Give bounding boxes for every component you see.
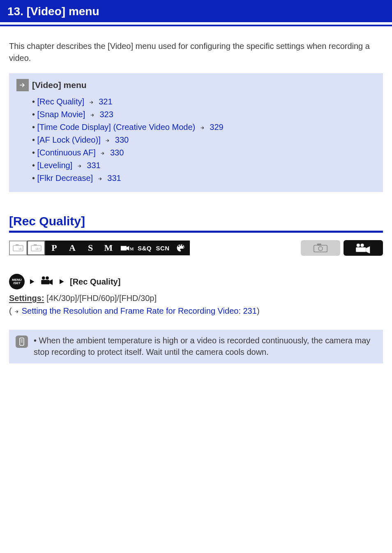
chapter-number: 13.: [7, 5, 23, 18]
settings-line: Settings: [4K/30p]/[FHD/60p]/[FHD/30p]: [9, 294, 383, 303]
toc-item[interactable]: • [Time Code Display] (Creative Video Mo…: [32, 121, 376, 134]
chapter-intro: This chapter describes the [Video] menu …: [9, 40, 383, 64]
toc-link[interactable]: [Leveling]: [37, 161, 73, 170]
menu-item-label: [Rec Quality]: [70, 277, 120, 287]
arrow-right-icon: [89, 112, 96, 118]
toc-item[interactable]: • [Flkr Decrease] 331: [32, 172, 376, 185]
svg-point-13: [42, 276, 45, 280]
divider: [9, 231, 383, 233]
toc-page[interactable]: 323: [99, 110, 113, 119]
toc-item[interactable]: • [Leveling] 331: [32, 159, 376, 172]
toc-page[interactable]: 330: [110, 148, 124, 157]
note-icon: [16, 336, 28, 348]
mode-availability-strip: iA iA+ P A S M M S&Q SCN: [9, 240, 383, 256]
mode-ia-icon: iA: [9, 241, 27, 255]
arrow-right-icon: [29, 278, 36, 285]
toc-link[interactable]: [Snap Movie]: [37, 110, 85, 119]
toc-link[interactable]: [Continuous AF]: [37, 148, 96, 157]
toc-item[interactable]: • [Continuous AF] 330: [32, 146, 376, 159]
toc-link[interactable]: [Rec Quality]: [37, 97, 84, 106]
divider: [0, 25, 392, 26]
mode-s-icon: S: [81, 241, 99, 255]
toc-item[interactable]: • [Rec Quality] 321: [32, 95, 376, 108]
mode-ia-plus-icon: iA+: [27, 241, 45, 255]
note-box: • When the ambient temperature is high o…: [9, 330, 383, 363]
svg-point-10: [357, 243, 360, 247]
arrow-right-icon: [97, 176, 104, 182]
svg-point-9: [318, 247, 323, 251]
settings-value: [4K/30p]/[FHD/60p]/[FHD/30p]: [46, 294, 157, 303]
arrow-right-icon: [16, 79, 29, 91]
mode-creative-video-icon: M: [118, 241, 136, 255]
toc-page[interactable]: 321: [99, 97, 112, 106]
video-mode-pill: [344, 240, 383, 256]
toc-link[interactable]: [Time Code Display] (Creative Video Mode…: [37, 123, 196, 132]
photo-mode-pill: [301, 240, 340, 256]
svg-rect-1: [16, 244, 19, 246]
toc-page[interactable]: 331: [107, 174, 121, 183]
arrow-right-icon: [104, 138, 111, 143]
mode-p-icon: P: [45, 241, 63, 255]
menu-navigation-path: MENU/SET [Rec Quality]: [9, 274, 383, 289]
cross-reference-link[interactable]: Setting the Resolution and Frame Rate fo…: [22, 306, 257, 315]
toc-list: • [Rec Quality] 321 • [Snap Movie] 323 •…: [32, 95, 376, 185]
toc-page[interactable]: 331: [87, 161, 100, 170]
arrow-right-icon: [76, 163, 83, 169]
note-text: • When the ambient temperature is high o…: [34, 335, 376, 358]
toc-title: [Video] menu: [32, 80, 87, 90]
mode-scn-icon: SCN: [154, 241, 172, 255]
toc-page[interactable]: 330: [115, 135, 129, 144]
toc-page[interactable]: 329: [210, 123, 223, 132]
toc-item[interactable]: • [Snap Movie] 323: [32, 108, 376, 121]
cross-reference[interactable]: ( Setting the Resolution and Frame Rate …: [9, 306, 383, 316]
arrow-right-icon: [88, 99, 95, 105]
svg-rect-4: [34, 244, 37, 246]
settings-label: Settings:: [9, 294, 44, 303]
svg-rect-15: [41, 280, 49, 284]
arrow-right-icon: [199, 125, 206, 131]
menu-set-button-icon: MENU/SET: [9, 274, 25, 289]
chapter-header: 13. [Video] menu: [0, 0, 392, 22]
arrow-right-icon: [58, 278, 66, 285]
toc-link[interactable]: [AF Lock (Video)]: [37, 135, 101, 144]
video-menu-icon: [40, 275, 54, 288]
mode-m-icon: M: [99, 241, 118, 255]
svg-text:iA: iA: [19, 247, 22, 251]
svg-point-14: [46, 276, 49, 280]
palette-icon: [172, 241, 190, 255]
mode-a-icon: A: [63, 241, 81, 255]
svg-rect-12: [356, 247, 366, 252]
section-title: [Rec Quality]: [9, 214, 383, 228]
arrow-right-icon: [99, 150, 106, 156]
toc-box: [Video] menu • [Rec Quality] 321 • [Snap…: [9, 73, 383, 192]
mode-sq-icon: S&Q: [136, 241, 154, 255]
svg-text:iA+: iA+: [36, 248, 40, 250]
arrow-right-icon: [14, 309, 20, 315]
toc-link[interactable]: [Flkr Decrease]: [37, 174, 93, 183]
note-body: When the ambient temperature is high or …: [34, 336, 370, 356]
toc-item[interactable]: • [AF Lock (Video)] 330: [32, 134, 376, 146]
chapter-title: [Video] menu: [27, 5, 99, 18]
svg-point-11: [361, 243, 364, 247]
svg-rect-8: [317, 243, 321, 245]
svg-text:M: M: [130, 247, 134, 251]
svg-rect-16: [20, 338, 24, 345]
